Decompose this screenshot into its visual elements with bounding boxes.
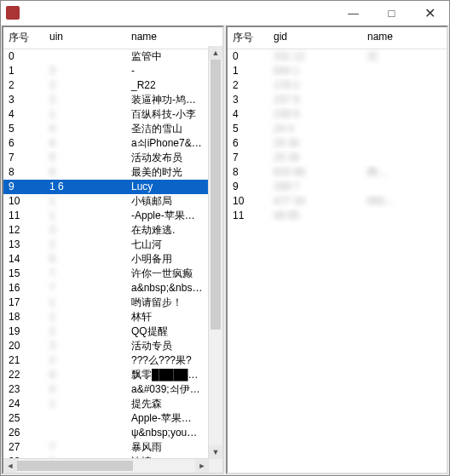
table-row[interactable]: 146小明备用 <box>3 252 222 267</box>
cell-name <box>362 136 447 151</box>
table-row[interactable]: 1148 85 <box>228 209 447 223</box>
left-vscroll[interactable]: ▲ ▼ <box>208 46 222 459</box>
cell-name <box>362 180 447 194</box>
cell-idx: 8 <box>3 165 44 180</box>
table-row[interactable]: 0331 12 试 <box>228 49 447 64</box>
cell-name <box>362 93 447 107</box>
cell-idx: 24 <box>3 397 44 411</box>
cell-idx: 6 <box>3 136 44 151</box>
cell-name <box>362 122 447 136</box>
table-row[interactable]: 625 30 <box>228 136 447 151</box>
table-row[interactable]: 123在劫难逃. <box>3 223 222 238</box>
table-row[interactable]: 4239 9 <box>228 107 447 122</box>
left-rows[interactable]: 0监管中13-23_R2233装逼神功-鸠…41百纵科技-小李54圣洁的雪山64… <box>3 49 222 473</box>
maximize-button[interactable]: □ <box>372 1 411 25</box>
scroll-right-icon[interactable]: ► <box>195 459 209 473</box>
col-idx[interactable]: 序号 <box>228 27 268 49</box>
scroll-down-icon[interactable]: ▼ <box>209 445 222 459</box>
cell-name: 980… <box>362 194 447 209</box>
cell-idx: 17 <box>3 295 44 310</box>
cell-gid: 25 26 <box>268 151 362 165</box>
left-header: 序号 uin name <box>3 27 222 49</box>
table-row[interactable]: 64a쇠iPhone7&… <box>3 136 222 151</box>
table-row[interactable]: 277暴风雨 <box>3 440 222 455</box>
table-row[interactable]: 212???么???果? <box>3 353 222 368</box>
scroll-up-icon[interactable]: ▲ <box>209 46 222 60</box>
col-uin[interactable]: uin <box>44 27 126 49</box>
col-name[interactable]: name <box>362 27 447 49</box>
cell-gid: 477 34 <box>268 194 362 209</box>
titlebar[interactable]: ― □ ✕ <box>1 1 449 25</box>
table-row[interactable]: 3237 9 <box>228 93 447 107</box>
cell-uin: 3 <box>44 78 126 93</box>
table-row[interactable]: 132七山河 <box>3 238 222 252</box>
table-row[interactable]: 8625 98 网… <box>228 165 447 180</box>
table-row[interactable]: 101小镇邮局 <box>3 194 222 209</box>
table-row[interactable]: 171哟请留步！ <box>3 295 222 310</box>
cell-idx: 26 <box>3 426 44 440</box>
table-row[interactable]: 26ψ&nbsp;you… <box>3 426 222 440</box>
cell-idx: 27 <box>3 440 44 455</box>
table-row[interactable]: 54圣洁的雪山 <box>3 122 222 136</box>
cell-uin: 8 <box>44 368 126 382</box>
cell-uin <box>44 411 126 426</box>
table-row[interactable]: 91 6Lucy <box>3 180 222 194</box>
table-row[interactable]: 241提先森 <box>3 397 222 411</box>
table-row[interactable]: 13- <box>3 64 222 78</box>
table-row[interactable]: 228飘零█████… <box>3 368 222 382</box>
window-buttons: ― □ ✕ <box>334 1 449 25</box>
table-row[interactable]: 2178 2 <box>228 78 447 93</box>
table-row[interactable]: 9289 7 <box>228 180 447 194</box>
table-row[interactable]: 1644 1 <box>228 64 447 78</box>
app-window: ― □ ✕ 序号 uin name 0监管中13-23_R2233装逼神功-鸠…… <box>0 0 450 476</box>
panes: 序号 uin name 0监管中13-23_R2233装逼神功-鸠…41百纵科技… <box>1 25 449 475</box>
table-row[interactable]: 25Apple-苹果… <box>3 411 222 426</box>
cell-name <box>362 64 447 78</box>
cell-idx: 0 <box>3 49 44 64</box>
table-row[interactable]: 75活动发布员 <box>3 151 222 165</box>
scroll-left-icon[interactable]: ◄ <box>3 459 17 473</box>
table-row[interactable]: 181林轩 <box>3 310 222 324</box>
cell-uin <box>44 426 126 440</box>
table-row[interactable]: 725 26 <box>228 151 447 165</box>
cell-idx: 5 <box>228 122 268 136</box>
minimize-button[interactable]: ― <box>334 1 372 25</box>
left-hscroll[interactable]: ◄ ► <box>3 458 209 473</box>
table-row[interactable]: 203活动专员 <box>3 339 222 353</box>
cell-idx: 6 <box>228 136 268 151</box>
cell-uin: 3 <box>44 93 126 107</box>
col-idx[interactable]: 序号 <box>3 27 44 49</box>
table-row[interactable]: 88最美的时光 <box>3 165 222 180</box>
table-row[interactable]: 157许你一世疯癫 <box>3 267 222 281</box>
vscroll-thumb[interactable] <box>211 60 221 330</box>
cell-idx: 20 <box>3 339 44 353</box>
col-gid[interactable]: gid <box>268 27 362 49</box>
table-row[interactable]: 167a&nbsp;&nbs… <box>3 281 222 295</box>
table-row[interactable]: 234a&#039;쇠伊… <box>3 382 222 397</box>
cell-uin: 4 <box>44 122 126 136</box>
table-row[interactable]: 111-Apple-苹果… <box>3 209 222 223</box>
cell-name <box>362 209 447 223</box>
right-header: 序号 gid name <box>228 27 447 49</box>
cell-idx: 8 <box>228 165 268 180</box>
cell-uin: 7 <box>44 267 126 281</box>
cell-idx: 0 <box>228 49 268 64</box>
close-button[interactable]: ✕ <box>411 1 449 25</box>
cell-gid: 237 9 <box>268 93 362 107</box>
table-row[interactable]: 524 4 <box>228 122 447 136</box>
hscroll-thumb[interactable] <box>17 461 133 471</box>
cell-idx: 9 <box>228 180 268 194</box>
right-rows[interactable]: 0331 12 试1644 12178 23237 94239 9524 462… <box>228 49 447 473</box>
table-row[interactable]: 23_R22 <box>3 78 222 93</box>
cell-gid: 24 4 <box>268 122 362 136</box>
cell-idx: 22 <box>3 368 44 382</box>
table-row[interactable]: 192QQ提醒 <box>3 324 222 339</box>
cell-name: 试 <box>362 49 447 64</box>
table-row[interactable]: 33装逼神功-鸠… <box>3 93 222 107</box>
table-row[interactable]: 10477 34 980… <box>228 194 447 209</box>
table-row[interactable]: 0监管中 <box>3 49 222 64</box>
cell-idx: 2 <box>228 78 268 93</box>
table-row[interactable]: 41百纵科技-小李 <box>3 107 222 122</box>
cell-name <box>362 107 447 122</box>
cell-idx: 19 <box>3 324 44 339</box>
